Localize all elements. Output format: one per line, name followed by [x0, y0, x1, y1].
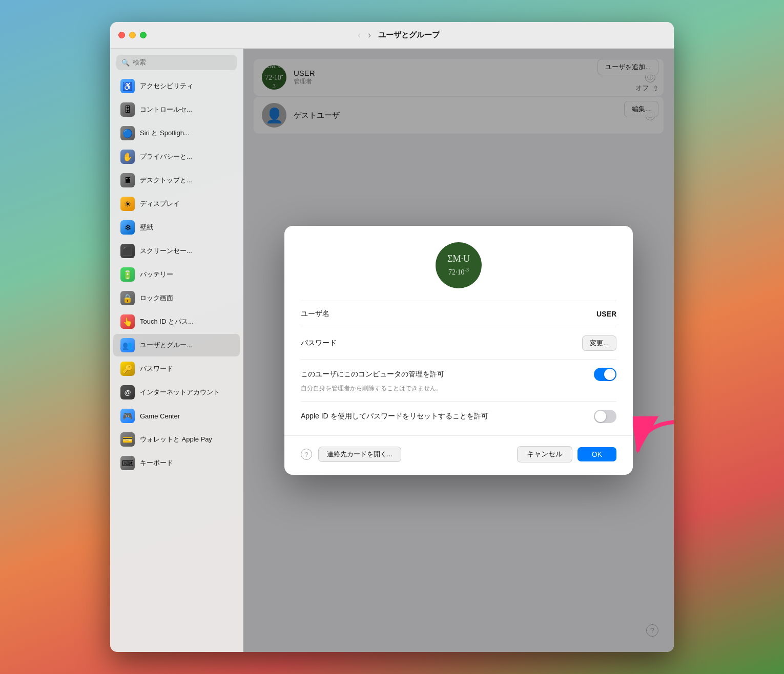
search-bar[interactable]: 🔍 検索: [116, 55, 237, 70]
modal-change-password-button[interactable]: 変更...: [582, 335, 616, 351]
sidebar-item-privacy[interactable]: ✋ プライバシーと...: [113, 145, 240, 168]
sidebar-label-users: ユーザとグルー...: [140, 341, 192, 350]
sidebar-label-siri: Siri と Spotligh...: [140, 129, 190, 138]
sidebar-label-touchid: Touch ID とパス...: [140, 317, 194, 326]
sidebar-item-siri[interactable]: 🔵 Siri と Spotligh...: [113, 122, 240, 144]
sidebar-item-gamecenter[interactable]: 🎮 Game Center: [113, 405, 240, 427]
sidebar-label-wallet: ウォレットと Apple Pay: [140, 435, 212, 444]
desktop-icon: 🖥: [120, 173, 135, 187]
sidebar-item-password[interactable]: 🔑 パスワード: [113, 357, 240, 380]
modal-footer: ? 連絡先カードを開く... キャンセル OK: [284, 435, 633, 475]
sidebar-item-accessibility[interactable]: ♿ アクセシビリティ: [113, 75, 240, 97]
modal-admin-section: このユーザにこのコンピュータの管理を許可 自分自身を管理者から削除することはでき…: [301, 359, 616, 401]
close-button[interactable]: [118, 32, 125, 38]
sidebar-item-wallpaper[interactable]: ❄ 壁紙: [113, 216, 240, 239]
modal-avatar[interactable]: ΣM·U72·10-3: [436, 242, 482, 288]
sidebar-label-desktop: デスクトップと...: [140, 176, 192, 185]
sidebar-label-battery: バッテリー: [140, 270, 173, 279]
sidebar-label-keyboard: キーボード: [140, 458, 173, 468]
sidebar-label-internet: インターネットアカウント: [140, 388, 220, 397]
modal-password-label: パスワード: [301, 339, 337, 348]
screensaver-icon: ⬛: [120, 244, 135, 258]
admin-toggle-knob: [604, 369, 615, 380]
sidebar-label-privacy: プライバシーと...: [140, 152, 192, 161]
sidebar-item-touchid[interactable]: 👆 Touch ID とパス...: [113, 310, 240, 333]
sidebar-label-screensaver: スクリーンセー...: [140, 246, 192, 256]
search-icon: 🔍: [121, 59, 130, 67]
apple-id-toggle[interactable]: [594, 410, 616, 423]
modal-admin-row: このユーザにこのコンピュータの管理を許可: [301, 368, 616, 381]
gamecenter-icon: 🎮: [120, 409, 135, 423]
modal-dialog: ΣM·U72·10-3 ユーザ名 USER: [284, 226, 633, 475]
wallpaper-icon: ❄: [120, 220, 135, 235]
modal-username-row: ユーザ名 USER: [301, 301, 616, 327]
nav-forward-button[interactable]: ›: [365, 29, 374, 41]
modal-avatar-area: ΣM·U72·10-3: [284, 226, 633, 301]
sidebar-item-internet[interactable]: @ インターネットアカウント: [113, 381, 240, 404]
touchid-icon: 👆: [120, 314, 135, 329]
lock-icon: 🔒: [120, 291, 135, 305]
sidebar-label-control: コントロールセ...: [140, 105, 192, 114]
title-bar: ‹ › ユーザとグループ: [110, 22, 674, 49]
minimize-button[interactable]: [129, 32, 136, 38]
sidebar-label-wallpaper: 壁紙: [140, 223, 153, 232]
title-bar-center: ‹ › ユーザとグループ: [344, 29, 440, 41]
window-body: 🔍 検索 ♿ アクセシビリティ 🎛 コントロールセ... 🔵 Siri と Sp…: [110, 49, 674, 652]
sidebar-item-wallet[interactable]: 💳 ウォレットと Apple Pay: [113, 428, 240, 451]
sidebar: 🔍 検索 ♿ アクセシビリティ 🎛 コントロールセ... 🔵 Siri と Sp…: [110, 49, 243, 652]
internet-icon: @: [120, 385, 135, 399]
modal-wrapper: ΣM·U72·10-3 ユーザ名 USER: [284, 226, 633, 475]
sidebar-label-display: ディスプレイ: [140, 199, 180, 208]
admin-toggle[interactable]: [594, 368, 616, 381]
wallet-icon: 💳: [120, 432, 135, 447]
modal-password-row: パスワード 変更...: [301, 327, 616, 359]
modal-apple-id-label: Apple ID を使用してパスワードをリセットすることを許可: [301, 412, 488, 421]
password-icon: 🔑: [120, 362, 135, 376]
sidebar-item-battery[interactable]: 🔋 バッテリー: [113, 263, 240, 286]
main-window: ‹ › ユーザとグループ 🔍 検索 ♿ アクセシビリティ 🎛 コントロールセ..…: [110, 22, 674, 652]
sidebar-item-screensaver[interactable]: ⬛ スクリーンセー...: [113, 240, 240, 262]
sidebar-label-gamecenter: Game Center: [140, 412, 180, 420]
sidebar-label-password: パスワード: [140, 364, 173, 373]
contact-card-button[interactable]: 連絡先カードを開く...: [318, 447, 401, 462]
sidebar-item-control[interactable]: 🎛 コントロールセ...: [113, 98, 240, 121]
window-title: ユーザとグループ: [378, 30, 440, 40]
modal-help-icon[interactable]: ?: [301, 449, 312, 460]
sidebar-item-desktop[interactable]: 🖥 デスクトップと...: [113, 169, 240, 192]
sidebar-item-keyboard[interactable]: ⌨ キーボード: [113, 452, 240, 474]
search-input[interactable]: 検索: [133, 58, 146, 67]
privacy-icon: ✋: [120, 150, 135, 164]
sidebar-label-lock: ロック画面: [140, 293, 173, 303]
ok-button[interactable]: OK: [577, 447, 616, 461]
display-icon: ☀: [120, 197, 135, 211]
modal-admin-sub: 自分自身を管理者から削除することはできません。: [301, 384, 616, 393]
modal-footer-right: キャンセル OK: [517, 446, 616, 462]
nav-back-button[interactable]: ‹: [355, 29, 364, 41]
cancel-button[interactable]: キャンセル: [517, 446, 572, 462]
arrow-pointer: [633, 416, 674, 459]
control-icon: 🎛: [120, 102, 135, 117]
accessibility-icon: ♿: [120, 79, 135, 93]
modal-username-label: ユーザ名: [301, 309, 329, 319]
nav-arrows: ‹ ›: [355, 29, 374, 41]
apple-id-toggle-knob: [595, 411, 606, 422]
main-content: ΣM·U72·10-3 USER 管理者 ⓘ 👤 ゲストユーザ ⓘ: [243, 49, 674, 652]
sidebar-label-accessibility: アクセシビリティ: [140, 81, 193, 91]
battery-icon: 🔋: [120, 267, 135, 282]
sidebar-item-users[interactable]: 👥 ユーザとグルー...: [113, 334, 240, 356]
maximize-button[interactable]: [140, 32, 147, 38]
siri-icon: 🔵: [120, 126, 135, 140]
users-icon: 👥: [120, 338, 135, 352]
modal-admin-label: このユーザにこのコンピュータの管理を許可: [301, 370, 444, 379]
keyboard-icon: ⌨: [120, 456, 135, 470]
sidebar-item-lock[interactable]: 🔒 ロック画面: [113, 287, 240, 309]
modal-content: ユーザ名 USER パスワード 変更... このユ: [284, 301, 633, 431]
modal-apple-id-row: Apple ID を使用してパスワードをリセットすることを許可: [301, 401, 616, 431]
modal-overlay: ΣM·U72·10-3 ユーザ名 USER: [243, 49, 674, 652]
modal-footer-left: ? 連絡先カードを開く...: [301, 447, 401, 462]
modal-username-value: USER: [596, 310, 616, 318]
sidebar-item-display[interactable]: ☀ ディスプレイ: [113, 193, 240, 215]
